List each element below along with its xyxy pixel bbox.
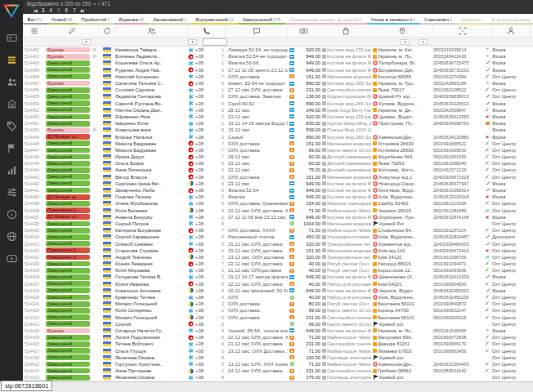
status-badge[interactable]: Завершений	[46, 167, 90, 173]
client-name[interactable]: Юлія Баланюк	[115, 207, 188, 214]
order-row[interactable]: 514426ЗавершенийКовальчук Антонина+38416…	[23, 287, 533, 294]
page-number[interactable]: 6	[65, 7, 69, 14]
operator-filter-dropdown[interactable]: ▼	[188, 39, 197, 45]
status-badge[interactable]: Завершений	[46, 60, 90, 66]
tab-Сервіси[interactable]: Сервіси0	[457, 14, 488, 24]
status-badge[interactable]: Завершений	[46, 147, 90, 154]
sidebar-item-video[interactable]	[0, 247, 23, 270]
col-refresh-header[interactable]	[99, 25, 115, 37]
order-row[interactable]: 514446ЗавершенийИрина Дидух+38709.12 смс…	[23, 154, 533, 160]
sidebar-item-company[interactable]	[0, 93, 23, 115]
status-badge[interactable]: Завершений	[46, 234, 90, 240]
page-number[interactable]: 5	[57, 7, 60, 14]
status-badge[interactable]: Завершений	[46, 368, 90, 374]
status-badge[interactable]: Завершений	[46, 321, 90, 327]
order-row[interactable]: 514459ЗавершенийРуденко Лидия Пав..+3892…	[23, 67, 533, 74]
order-row[interactable]: 514456ЗавершенийСоломія Сідоніна+38127.1…	[23, 87, 533, 93]
client-name[interactable]: Юлія Скляренко	[115, 307, 188, 314]
page-number[interactable]: 7	[73, 7, 76, 14]
tab-Відмова[interactable]: Відмова42	[114, 14, 148, 24]
client-name[interactable]: Кравченко Тетяна	[115, 294, 188, 301]
tab-Всі[interactable]: Всі471	[23, 14, 47, 24]
client-name[interactable]: Микола Бадражан	[115, 147, 188, 154]
status-badge[interactable]: Завершений	[46, 307, 90, 314]
client-name[interactable]: Сергей Карамышев	[115, 234, 188, 240]
col-source-header[interactable]	[492, 25, 531, 37]
status-badge[interactable]: Завершений	[46, 267, 90, 274]
order-row[interactable]: 514420ВідмоваСитарчук Наталія Гр..+389Чо…	[23, 327, 533, 334]
order-row[interactable]: 514428ЗавершенийГолодкова Галина В..+383…	[23, 274, 533, 280]
order-row[interactable]: 514445ЗавершенийОльга Божик+38923.12 смс…	[23, 160, 533, 167]
status-badge[interactable]: Завершений	[46, 220, 90, 227]
order-row[interactable]: 514443ЗавершенийВіктор Власов+385ОЛХ дос…	[23, 174, 533, 180]
page-number[interactable]: 3	[42, 7, 45, 14]
status-badge[interactable]: Відмова	[46, 127, 90, 133]
status-badge[interactable]: Завершений	[46, 120, 90, 127]
page-size-caret-icon[interactable]: ▼	[92, 1, 96, 7]
col-tracking-header[interactable]	[433, 25, 492, 37]
col-comment-header[interactable]	[226, 25, 288, 37]
sidebar-item-tag[interactable]	[0, 115, 23, 137]
client-name[interactable]: Іващенко Юлія	[115, 120, 188, 127]
tab-Повернення товару (в дорозі)[interactable]: Повернення товару (в дорозі)0	[285, 14, 367, 24]
sidebar-item-screen[interactable]	[0, 27, 23, 49]
status-badge[interactable]: Завершений	[46, 227, 90, 234]
status-badge[interactable]: Завершений	[46, 314, 90, 321]
client-name[interactable]: Салегина Татьяна С..	[115, 80, 188, 87]
sidebar-item-info[interactable]	[0, 203, 23, 225]
status-badge[interactable]: Завершений	[46, 354, 90, 361]
address-filter-dropdown[interactable]: ▼	[419, 39, 428, 45]
status-badge[interactable]: Завершений	[46, 261, 90, 267]
client-name[interactable]: Сергей	[115, 321, 188, 327]
tab-Новий[interactable]: Новий48	[47, 14, 77, 24]
col-phone-header[interactable]	[188, 25, 226, 37]
order-row[interactable]: 514416ЗавершенийЯковлева Оксана+388100.0…	[23, 354, 533, 361]
status-badge[interactable]: Завершений	[46, 107, 90, 114]
status-filter-dropdown[interactable]: ▼	[82, 39, 91, 45]
order-row[interactable]: 514415ЗавершенийГоргулько Христина..+383…	[23, 361, 533, 368]
client-name[interactable]: Соломія Сідоніна	[115, 87, 188, 93]
order-row[interactable]: 514422ЗавершенийМихаил Гилецький+383ОЛХ …	[23, 314, 533, 321]
tab-Відправлений[interactable]: Відправлений12	[191, 14, 239, 24]
order-row[interactable]: 514413ЗавершенийЯковлева Оксана+388375.0…	[23, 374, 533, 381]
status-badge[interactable]: Завершений	[46, 67, 90, 74]
order-row[interactable]: 514455ЗавершенийЛюдмила Гончарова+388ОЛХ…	[23, 93, 533, 100]
tab-В дорозі додому[interactable]: В дорозі додому0	[487, 14, 533, 24]
client-name[interactable]: Николай Кучеренко	[115, 74, 188, 80]
client-name[interactable]: Ирина Дидух	[115, 154, 188, 160]
col-product-header[interactable]	[320, 25, 371, 37]
client-name[interactable]: Сергей Петров	[115, 220, 188, 227]
tab-Нема в наявності[interactable]: Нема в наявності1	[367, 14, 420, 24]
status-badge[interactable]: Завершений	[46, 114, 90, 120]
status-badge[interactable]: ДО Возврат ск…	[46, 133, 90, 140]
order-row[interactable]: 514429ЗавершенийЮлія Мерзаєва+38321.12 с…	[23, 267, 533, 274]
status-badge[interactable]: Повернення (з…	[46, 254, 90, 261]
status-badge[interactable]: Завершений	[46, 274, 90, 280]
sidebar-item-stats[interactable]	[0, 159, 23, 181]
client-name[interactable]: Єфименко Ніна	[115, 114, 188, 120]
client-name[interactable]: Горгулько Христина..	[115, 361, 188, 368]
status-badge[interactable]: Відмова	[46, 327, 90, 334]
client-name[interactable]: Микола Бадражан	[115, 140, 188, 147]
sidebar-item-sliders[interactable]	[0, 181, 23, 203]
client-name[interactable]: Михаил Гилецький	[115, 301, 188, 307]
client-name[interactable]: Захарченко Люба	[115, 187, 188, 194]
client-name[interactable]: Руденко Лидия Пав..	[115, 67, 188, 74]
status-badge[interactable]: Завершений	[46, 361, 90, 368]
client-name[interactable]: Нікітіна Оксана Дми..	[115, 107, 188, 114]
client-name[interactable]: Анжела Безушку	[115, 214, 188, 220]
status-badge[interactable]: ДО Возврат ск…	[46, 194, 90, 200]
order-row[interactable]: 514458ЗавершенийНиколай Кучеренко+387ОЛХ…	[23, 74, 533, 80]
col-payment-header[interactable]	[288, 25, 320, 37]
client-name[interactable]: Ситарчук Наталія Гр..	[115, 327, 188, 334]
order-row[interactable]: 514419ЗавершенийЛилия Подолинская+38522.…	[23, 334, 533, 341]
client-name[interactable]: Гуцалюк Галина	[115, 194, 188, 200]
client-name[interactable]: Анна Липенська	[115, 167, 188, 173]
status-badge[interactable]: Повернення (з…	[46, 207, 90, 214]
order-row[interactable]: 514447ЗавершенийМикола Бадражан+387ОЛХ д…	[23, 147, 533, 154]
col-id-header[interactable]	[23, 25, 46, 37]
order-row[interactable]: 514437ДО Возврат ск…Анжела Безушку+38227…	[23, 214, 533, 220]
order-row[interactable]: 514436ЗавершенийСергей Петров+3851004.00…	[23, 220, 533, 227]
status-badge[interactable]: Завершений	[46, 74, 90, 80]
status-badge[interactable]: ДО Возврат ск…	[46, 214, 90, 220]
